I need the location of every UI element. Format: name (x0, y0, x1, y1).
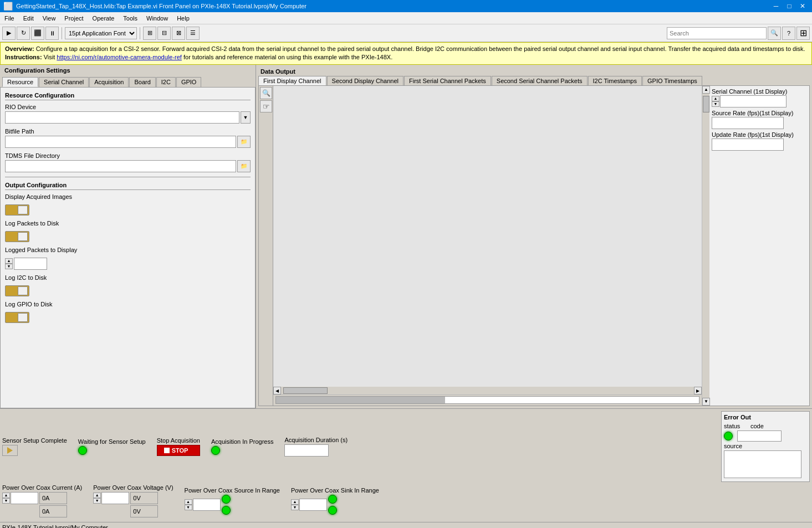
data-output-title: Data Output (258, 67, 810, 76)
abort-button[interactable]: ⬛ (31, 27, 44, 40)
h-scroll-thumb[interactable] (283, 387, 328, 394)
tab-board[interactable]: Board (129, 77, 155, 87)
stop-acquisition-button[interactable]: STOP (157, 445, 200, 456)
rio-device-input[interactable] (5, 111, 239, 124)
log-i2c-toggle[interactable] (5, 285, 29, 296)
h-scroll-track[interactable] (281, 387, 694, 394)
serial-channel-down[interactable]: ▼ (712, 101, 719, 107)
logged-packets-up[interactable]: ▲ (5, 258, 13, 264)
tab-second-display[interactable]: Second Display Channel (327, 76, 404, 85)
sensor-setup-btn[interactable] (2, 445, 18, 456)
error-source-input[interactable] (724, 450, 801, 478)
search-input[interactable] (667, 27, 767, 39)
coax-voltage-input[interactable]: 0 (101, 492, 129, 504)
log-packets-toggle[interactable] (5, 231, 29, 242)
menu-operate[interactable]: Operate (88, 14, 119, 23)
display-images-toggle-row (5, 204, 251, 216)
tdms-browse-btn[interactable]: 📁 (237, 160, 251, 172)
coax-current-input[interactable]: 0 (11, 492, 38, 504)
font-selector[interactable]: 15pt Application Font (65, 27, 137, 39)
menu-view[interactable]: View (38, 14, 60, 23)
titlebar-title: GettingStarted_Tap_148X_Host.lvlib:Tap E… (16, 3, 307, 9)
serial-channel-input[interactable]: 0 (720, 95, 787, 107)
tab-gpio-timestamps[interactable]: GPIO Timestamps (642, 76, 702, 85)
log-gpio-toggle[interactable] (5, 312, 29, 323)
menu-tools[interactable]: Tools (119, 14, 142, 23)
display-images-toggle[interactable] (5, 204, 29, 216)
serial-channel-up[interactable]: ▲ (712, 96, 719, 101)
coax-voltage-item: Power Over Coax Voltage (V) ▲ ▼ 0 0V 0V (93, 484, 173, 517)
acquisition-in-progress-led (211, 446, 220, 455)
menu-project[interactable]: Project (60, 14, 88, 23)
coax-source-label: Power Over Coax Source In Range (185, 487, 280, 494)
search-button[interactable]: 🔍 (768, 27, 781, 40)
run-continuous-button[interactable]: ↻ (17, 27, 30, 40)
instructions-link[interactable]: https://ni.com/r/automotive-camera-modul… (57, 54, 182, 60)
coax-source-input[interactable]: 0 (193, 499, 221, 511)
scroll-left[interactable]: ◀ (273, 387, 281, 394)
tab-i2c[interactable]: I2C (156, 77, 176, 87)
overview-text: Configure a tap acquisition for a CSI-2 … (36, 45, 805, 52)
coax-voltage-up[interactable]: ▲ (93, 493, 101, 498)
coax-sink-led2 (328, 506, 337, 515)
coax-current-down[interactable]: ▼ (2, 498, 10, 504)
reorder-button[interactable]: ☰ (186, 27, 200, 40)
tab-acquisition[interactable]: Acquisition (89, 77, 129, 87)
error-code-label: code (750, 423, 773, 429)
help-button[interactable]: ? (782, 27, 795, 40)
error-source-label: source (724, 443, 746, 449)
serial-channel-label: Serial Channel (1st Display) (712, 88, 807, 95)
logged-packets-down[interactable]: ▼ (5, 264, 13, 269)
coax-sink-spinner-btns: ▲ ▼ (291, 499, 299, 510)
scroll-down[interactable]: ▼ (702, 398, 710, 406)
minimize-button[interactable]: ─ (770, 0, 782, 12)
bitfile-path-input[interactable] (5, 136, 236, 148)
grid-view-button[interactable]: ⊞ (796, 27, 810, 40)
scroll-up[interactable]: ▲ (702, 86, 710, 94)
log-i2c-row: Log I2C to Disk (5, 274, 251, 281)
tab-gpio[interactable]: GPIO (176, 77, 202, 87)
coax-current-spinner: ▲ ▼ 0 (2, 492, 38, 504)
menu-help[interactable]: Help (172, 14, 194, 23)
coax-sink-down[interactable]: ▼ (291, 505, 299, 510)
align-button[interactable]: ⊞ (143, 27, 156, 40)
menubar: File Edit View Project Operate Tools Win… (0, 12, 812, 24)
v-scroll-track[interactable] (702, 94, 709, 398)
tab-second-serial[interactable]: Second Serial Channel Packets (492, 76, 588, 85)
image-viewer-tools: 🔍 ☞ (259, 86, 273, 406)
coax-sink-up[interactable]: ▲ (291, 499, 299, 505)
bitfile-browse-btn[interactable]: 📁 (237, 136, 251, 148)
coax-voltage-spinner: ▲ ▼ 0 (93, 492, 129, 504)
titlebar-controls[interactable]: ─ □ ✕ (770, 0, 809, 12)
tab-i2c-timestamps[interactable]: I2C Timestamps (588, 76, 642, 85)
resize-button[interactable]: ⊠ (172, 27, 185, 40)
logged-packets-input[interactable]: 1400 (14, 258, 47, 270)
error-out-title: Error Out (724, 414, 807, 421)
coax-source-up[interactable]: ▲ (185, 499, 192, 505)
scroll-right[interactable]: ▶ (694, 387, 702, 394)
distribute-button[interactable]: ⊟ (157, 27, 171, 40)
rio-device-dropdown-btn[interactable]: ▼ (241, 111, 251, 124)
tdms-dir-input[interactable] (5, 160, 236, 172)
tab-serial-channel[interactable]: Serial Channel (39, 77, 89, 87)
tab-first-serial[interactable]: First Serial Channel Packets (404, 76, 491, 85)
zoom-in-tool[interactable]: 🔍 (260, 87, 272, 99)
v-scroll-thumb[interactable] (703, 96, 709, 112)
pause-button[interactable]: ⏸ (45, 27, 59, 40)
pan-tool[interactable]: ☞ (260, 100, 272, 112)
serial-channel-spinner-btns: ▲ ▼ (712, 96, 719, 107)
coax-sink-input[interactable]: 0 (299, 499, 327, 511)
menu-window[interactable]: Window (142, 14, 172, 23)
menu-edit[interactable]: Edit (19, 14, 38, 23)
coax-source-down[interactable]: ▼ (185, 505, 192, 510)
menu-file[interactable]: File (0, 14, 19, 23)
coax-current-up[interactable]: ▲ (2, 493, 10, 498)
acquisition-duration-input[interactable]: 0.0 (284, 444, 329, 457)
error-code-input[interactable]: 0 (737, 430, 782, 442)
run-button[interactable]: ▶ (2, 27, 16, 40)
restore-button[interactable]: □ (783, 0, 795, 12)
tab-first-display[interactable]: First Display Channel (258, 76, 326, 85)
coax-voltage-down[interactable]: ▼ (93, 498, 101, 504)
close-button[interactable]: ✕ (796, 0, 809, 12)
tab-resource[interactable]: Resource (2, 77, 38, 87)
